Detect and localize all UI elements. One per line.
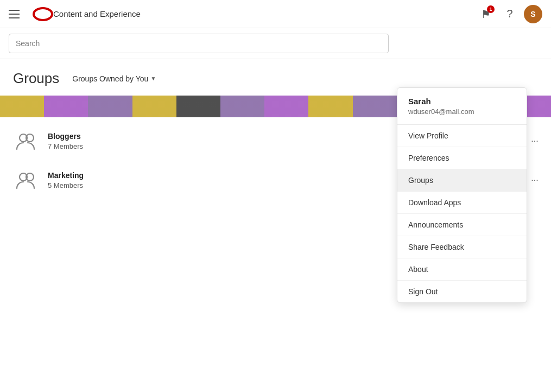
page-title: Groups xyxy=(13,70,59,87)
menu-item-label: View Profile xyxy=(408,131,516,140)
flag-button[interactable]: ⚑ 1 xyxy=(476,4,496,24)
svg-point-0 xyxy=(34,8,52,20)
more-options-button[interactable]: ··· xyxy=(527,134,542,149)
menu-item-about[interactable]: About xyxy=(397,258,527,281)
menu-item-preferences[interactable]: Preferences xyxy=(397,147,527,169)
menu-item-label: Announcements xyxy=(408,220,516,229)
user-display-name: Sarah xyxy=(408,97,516,106)
chevron-down-icon: ▼ xyxy=(150,75,156,81)
groups-filter-label: Groups Owned by You xyxy=(72,74,148,83)
groups-filter-dropdown[interactable]: Groups Owned by You ▼ xyxy=(68,72,160,85)
avatar-initials: S xyxy=(530,10,535,18)
hamburger-menu-button[interactable] xyxy=(9,5,26,23)
oracle-logo xyxy=(33,7,53,22)
menu-item-label: About xyxy=(408,265,516,274)
menu-item-label: Share Feedback xyxy=(408,243,516,251)
group-icon xyxy=(13,167,39,193)
main-area: Groups Groups Owned by You ▼ xyxy=(0,59,551,392)
menu-item-share-feedback[interactable]: Share Feedback xyxy=(397,236,527,258)
nav-icon-group: ⚑ 1 ? S xyxy=(476,4,542,24)
app-title: Content and Experience xyxy=(53,9,476,18)
menu-item-sign-out[interactable]: Sign Out xyxy=(397,281,527,302)
top-navigation: Content and Experience ⚑ 1 ? S xyxy=(0,0,551,28)
user-avatar-button[interactable]: S xyxy=(524,5,542,23)
group-icon xyxy=(13,128,39,154)
menu-item-label: Download Apps xyxy=(408,198,516,207)
help-button[interactable]: ? xyxy=(500,4,520,24)
help-icon: ? xyxy=(506,8,512,20)
menu-item-label: Groups xyxy=(408,176,516,185)
menu-item-download-apps[interactable]: Download Apps xyxy=(397,192,527,214)
user-info-section: Sarah wduser04@mail.com xyxy=(397,88,527,125)
menu-item-announcements[interactable]: Announcements xyxy=(397,214,527,236)
user-email: wduser04@mail.com xyxy=(408,108,516,116)
menu-item-groups[interactable]: Groups xyxy=(397,169,527,192)
search-input[interactable] xyxy=(9,34,389,53)
menu-item-label: Sign Out xyxy=(408,287,516,296)
menu-item-view-profile[interactable]: View Profile xyxy=(397,125,527,147)
user-dropdown-menu: Sarah wduser04@mail.com View Profile Pre… xyxy=(397,87,527,303)
menu-item-label: Preferences xyxy=(408,154,516,162)
notification-badge: 1 xyxy=(487,5,495,13)
more-options-button[interactable]: ··· xyxy=(527,173,542,188)
search-bar-wrapper xyxy=(0,28,551,59)
